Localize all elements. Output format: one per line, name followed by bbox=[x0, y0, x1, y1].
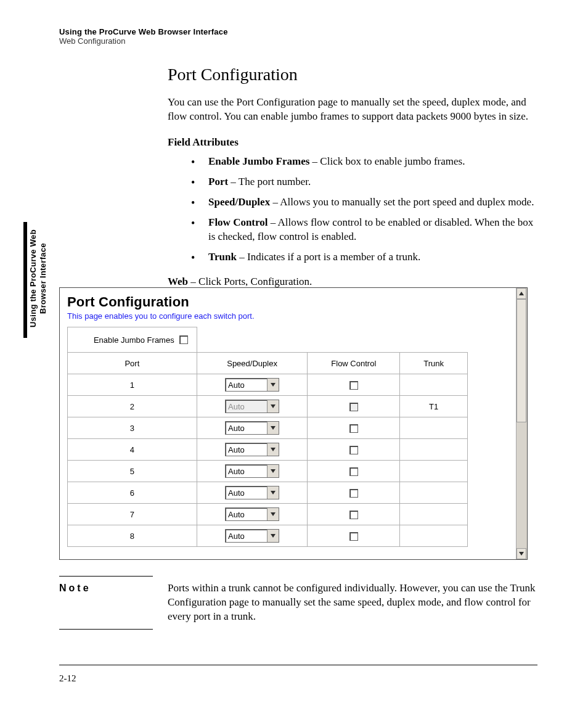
cell-flow bbox=[308, 396, 400, 417]
side-tab-line1: Using the ProCurve Web bbox=[28, 229, 38, 327]
cell-speed: Auto bbox=[197, 374, 308, 396]
flow-control-checkbox[interactable] bbox=[349, 489, 358, 498]
chevron-down-icon bbox=[267, 465, 279, 477]
cell-port: 3 bbox=[68, 417, 197, 439]
speed-duplex-value: Auto bbox=[226, 465, 267, 477]
cell-flow bbox=[308, 374, 400, 396]
flow-control-checkbox[interactable] bbox=[349, 381, 358, 390]
speed-duplex-select[interactable]: Auto bbox=[225, 421, 279, 435]
section-title: Port Configuration bbox=[168, 65, 537, 84]
port-table: Enable Jumbo Frames Port Speed/Duplex Fl… bbox=[67, 327, 468, 547]
field-attributes-heading: Field Attributes bbox=[168, 136, 537, 149]
note-text: Ports within a trunk cannot be configure… bbox=[168, 581, 537, 624]
footer-rule bbox=[59, 665, 537, 665]
table-row: 1Auto bbox=[68, 374, 468, 396]
svg-marker-0 bbox=[519, 292, 524, 295]
cell-speed: Auto bbox=[197, 504, 308, 525]
cell-trunk bbox=[400, 374, 468, 396]
web-path: Web – Click Ports, Configuration. bbox=[168, 276, 537, 288]
svg-marker-9 bbox=[271, 534, 276, 538]
speed-duplex-select[interactable]: Auto bbox=[225, 529, 279, 543]
section-lead: You can use the Port Configuration page … bbox=[168, 96, 537, 124]
cell-port: 1 bbox=[68, 374, 197, 396]
speed-duplex-value: Auto bbox=[226, 508, 267, 520]
note-rule-top bbox=[59, 576, 153, 577]
cell-flow bbox=[308, 525, 400, 547]
cell-trunk bbox=[400, 504, 468, 525]
cell-port: 2 bbox=[68, 396, 197, 417]
screenshot-port-configuration: Port Configuration This page enables you… bbox=[59, 287, 528, 560]
chevron-down-icon bbox=[267, 530, 279, 542]
svg-marker-5 bbox=[271, 448, 276, 451]
side-tab-bar bbox=[23, 222, 27, 338]
table-row: 2AutoT1 bbox=[68, 396, 468, 417]
flow-control-checkbox[interactable] bbox=[349, 446, 358, 454]
running-header: Using the ProCurve Web Browser Interface… bbox=[59, 27, 228, 46]
cell-port: 7 bbox=[68, 504, 197, 525]
scroll-up-button[interactable] bbox=[517, 288, 526, 299]
table-row: 3Auto bbox=[68, 417, 468, 439]
chevron-down-icon bbox=[267, 508, 279, 520]
col-flow: Flow Control bbox=[308, 353, 400, 374]
speed-duplex-value: Auto bbox=[226, 530, 267, 542]
col-trunk: Trunk bbox=[400, 353, 468, 374]
chevron-down-icon bbox=[267, 443, 279, 456]
cell-speed: Auto bbox=[197, 482, 308, 504]
chevron-down-icon bbox=[267, 379, 279, 391]
scroll-thumb[interactable] bbox=[517, 299, 526, 422]
cell-speed: Auto bbox=[197, 439, 308, 461]
table-row: 7Auto bbox=[68, 504, 468, 525]
svg-marker-1 bbox=[519, 552, 524, 556]
cell-speed: Auto bbox=[197, 461, 308, 482]
flow-control-checkbox bbox=[349, 403, 358, 411]
speed-duplex-select[interactable]: Auto bbox=[225, 486, 279, 499]
cell-flow bbox=[308, 482, 400, 504]
page-number: 2-12 bbox=[59, 673, 76, 684]
speed-duplex-select[interactable]: Auto bbox=[225, 443, 279, 456]
enable-jumbo-frames-checkbox[interactable] bbox=[179, 335, 188, 344]
svg-marker-3 bbox=[271, 404, 276, 408]
attr-flow-control: Flow Control – Allows flow control to be… bbox=[191, 216, 537, 244]
svg-marker-8 bbox=[271, 512, 276, 516]
note-rule-bot bbox=[59, 629, 153, 630]
cell-port: 5 bbox=[68, 461, 197, 482]
side-tab: Using the ProCurve Web Browser Interface bbox=[23, 222, 54, 338]
attr-port: Port – The port number. bbox=[191, 175, 537, 189]
scroll-down-button[interactable] bbox=[517, 548, 526, 559]
flow-control-checkbox[interactable] bbox=[349, 532, 358, 541]
svg-marker-2 bbox=[271, 383, 276, 387]
flow-control-checkbox[interactable] bbox=[349, 511, 358, 519]
cell-speed: Auto bbox=[197, 396, 308, 417]
table-header-row: Port Speed/Duplex Flow Control Trunk bbox=[68, 353, 468, 374]
speed-duplex-value: Auto bbox=[226, 486, 267, 499]
cell-trunk bbox=[400, 461, 468, 482]
chevron-down-icon bbox=[267, 486, 279, 499]
screenshot-title: Port Configuration bbox=[60, 288, 516, 310]
flow-control-checkbox[interactable] bbox=[349, 424, 358, 433]
running-header-title: Using the ProCurve Web Browser Interface bbox=[59, 27, 228, 36]
note-label: Note bbox=[59, 581, 168, 624]
cell-flow bbox=[308, 417, 400, 439]
speed-duplex-select[interactable]: Auto bbox=[225, 464, 279, 478]
attr-trunk: Trunk – Indicates if a port is a member … bbox=[191, 250, 537, 265]
speed-duplex-select: Auto bbox=[225, 400, 279, 413]
side-tab-line2: Browser Interface bbox=[38, 243, 47, 314]
cell-trunk bbox=[400, 417, 468, 439]
field-attributes-list: Enable Jumbo Frames – Click box to enabl… bbox=[168, 155, 537, 265]
main-content: Port Configuration You can use the Port … bbox=[168, 65, 537, 294]
speed-duplex-select[interactable]: Auto bbox=[225, 378, 279, 392]
cell-trunk bbox=[400, 482, 468, 504]
speed-duplex-select[interactable]: Auto bbox=[225, 507, 279, 521]
col-speed: Speed/Duplex bbox=[197, 353, 308, 374]
cell-port: 8 bbox=[68, 525, 197, 547]
speed-duplex-value: Auto bbox=[226, 400, 267, 413]
cell-flow bbox=[308, 504, 400, 525]
cell-flow bbox=[308, 439, 400, 461]
svg-marker-7 bbox=[271, 491, 276, 495]
flow-control-checkbox[interactable] bbox=[349, 467, 358, 476]
cell-speed: Auto bbox=[197, 417, 308, 439]
cell-speed: Auto bbox=[197, 525, 308, 547]
attr-enable-jumbo-frames: Enable Jumbo Frames – Click box to enabl… bbox=[191, 155, 537, 169]
speed-duplex-value: Auto bbox=[226, 379, 267, 391]
attr-speed-duplex: Speed/Duplex – Allows you to manually se… bbox=[191, 195, 537, 210]
